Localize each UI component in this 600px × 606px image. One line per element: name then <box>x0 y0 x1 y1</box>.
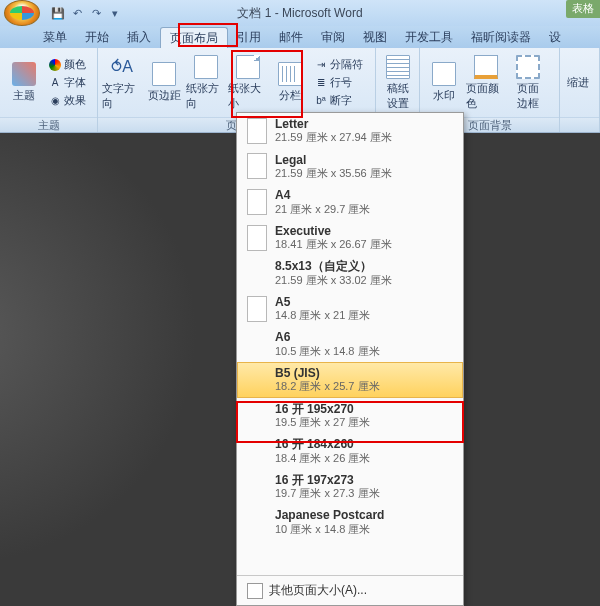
page-icon <box>247 296 267 322</box>
paper-size-name: Letter <box>275 117 392 131</box>
paper-size-dim: 10 厘米 x 14.8 厘米 <box>275 523 384 536</box>
themes-button[interactable]: 主题 <box>4 60 44 105</box>
paper-size-option[interactable]: Letter21.59 厘米 x 27.94 厘米 <box>237 113 463 149</box>
tab-3[interactable]: 页面布局 <box>160 27 228 49</box>
tab-10[interactable]: 设 <box>540 26 570 48</box>
paper-size-dim: 21.59 厘米 x 35.56 厘米 <box>275 167 392 180</box>
tab-2[interactable]: 插入 <box>118 26 160 48</box>
redo-icon[interactable]: ↷ <box>88 5 104 21</box>
ribbon-tabs: 菜单开始插入页面布局引用邮件审阅视图开发工具福昕阅读器设 <box>0 26 600 48</box>
text-direction-icon: ⥀A <box>110 55 134 79</box>
orientation-button[interactable]: 纸张方向 <box>186 53 226 113</box>
paper-size-option[interactable]: A514.8 厘米 x 21 厘米 <box>237 291 463 327</box>
page-color-button[interactable]: 页面颜色 <box>466 53 506 113</box>
paper-size-dim: 21.59 厘米 x 33.02 厘米 <box>275 274 392 287</box>
paper-size-dim: 18.4 厘米 x 26 厘米 <box>275 452 370 465</box>
tab-7[interactable]: 视图 <box>354 26 396 48</box>
watermark-icon <box>432 62 456 86</box>
paper-size-name: Legal <box>275 153 392 167</box>
line-numbers-icon: ≣ <box>315 77 327 89</box>
margins-button[interactable]: 页边距 <box>144 60 184 105</box>
paper-size-option[interactable]: A421 厘米 x 29.7 厘米 <box>237 184 463 220</box>
group-themes: 主题 颜色 A字体 ◉效果 主题 <box>0 48 98 132</box>
page-border-icon <box>516 55 540 79</box>
margins-icon <box>152 62 176 86</box>
paper-size-option[interactable]: 16 开 195x27019.5 厘米 x 27 厘米 <box>237 398 463 434</box>
colors-icon <box>49 59 61 71</box>
tab-9[interactable]: 福昕阅读器 <box>462 26 540 48</box>
paper-size-name: 16 开 195x270 <box>275 402 370 416</box>
paper-size-name: 16 开 184x260 <box>275 437 370 451</box>
paper-size-option[interactable]: Japanese Postcard10 厘米 x 14.8 厘米 <box>237 504 463 540</box>
tab-4[interactable]: 引用 <box>228 26 270 48</box>
themes-label: 主题 <box>13 88 35 103</box>
theme-colors[interactable]: 颜色 <box>46 56 89 73</box>
theme-fonts[interactable]: A字体 <box>46 74 89 91</box>
line-numbers-button[interactable]: ≣行号 <box>312 74 366 91</box>
title-bar: 💾 ↶ ↷ ▾ 文档 1 - Microsoft Word 表格 <box>0 0 600 26</box>
paper-size-option[interactable]: 16 开 184x26018.4 厘米 x 26 厘米 <box>237 433 463 469</box>
qat-customize-icon[interactable]: ▾ <box>107 5 123 21</box>
office-button[interactable] <box>4 0 40 26</box>
tab-1[interactable]: 开始 <box>76 26 118 48</box>
more-paper-sizes-label: 其他页面大小(A)... <box>269 582 367 599</box>
columns-button[interactable]: 分栏 <box>270 60 310 105</box>
paper-size-name: 8.5x13（自定义） <box>275 259 392 273</box>
page-icon <box>247 189 267 215</box>
breaks-button[interactable]: ⇥分隔符 <box>312 56 366 73</box>
manuscript-icon <box>386 55 410 79</box>
tab-0[interactable]: 菜单 <box>34 26 76 48</box>
page-border-button[interactable]: 页面 边框 <box>508 53 548 113</box>
save-icon[interactable]: 💾 <box>50 5 66 21</box>
group-label-themes: 主题 <box>0 117 97 132</box>
page-icon <box>247 225 267 251</box>
breaks-icon: ⇥ <box>315 59 327 71</box>
paper-size-dim: 19.7 厘米 x 27.3 厘米 <box>275 487 380 500</box>
tab-8[interactable]: 开发工具 <box>396 26 462 48</box>
more-paper-sizes[interactable]: 其他页面大小(A)... <box>237 575 463 605</box>
paper-size-dim: 14.8 厘米 x 21 厘米 <box>275 309 370 322</box>
effects-icon: ◉ <box>49 95 61 107</box>
watermark-button[interactable]: 水印 <box>424 60 464 105</box>
themes-icon <box>12 62 36 86</box>
paper-size-icon <box>236 55 260 79</box>
paper-size-name: A6 <box>275 330 380 344</box>
paper-size-dim: 18.41 厘米 x 26.67 厘米 <box>275 238 392 251</box>
paper-size-option[interactable]: Legal21.59 厘米 x 35.56 厘米 <box>237 149 463 185</box>
fonts-icon: A <box>49 77 61 89</box>
paper-size-name: 16 开 197x273 <box>275 473 380 487</box>
hyphenation-icon: bª <box>315 95 327 107</box>
orientation-icon <box>194 55 218 79</box>
paper-size-option[interactable]: 16 开 197x27319.7 厘米 x 27.3 厘米 <box>237 469 463 505</box>
paper-size-option[interactable]: 8.5x13（自定义）21.59 厘米 x 33.02 厘米 <box>237 255 463 291</box>
page-setup-extras: ⇥分隔符 ≣行号 bª断字 <box>312 56 366 109</box>
hyphenation-button[interactable]: bª断字 <box>312 92 366 109</box>
paper-size-dim: 21 厘米 x 29.7 厘米 <box>275 203 370 216</box>
paper-size-option[interactable]: B5 (JIS)18.2 厘米 x 25.7 厘米 <box>237 362 463 398</box>
paper-size-name: Japanese Postcard <box>275 508 384 522</box>
tab-6[interactable]: 审阅 <box>312 26 354 48</box>
columns-icon <box>278 62 302 86</box>
paper-size-name: A4 <box>275 188 370 202</box>
page-color-icon <box>474 55 498 79</box>
theme-effects[interactable]: ◉效果 <box>46 92 89 109</box>
quick-access-toolbar: 💾 ↶ ↷ ▾ <box>50 5 123 21</box>
page-icon <box>247 153 267 179</box>
tab-5[interactable]: 邮件 <box>270 26 312 48</box>
paper-size-list: Letter21.59 厘米 x 27.94 厘米Legal21.59 厘米 x… <box>237 113 463 575</box>
undo-icon[interactable]: ↶ <box>69 5 85 21</box>
text-direction-button[interactable]: ⥀A文字方向 <box>102 53 142 113</box>
paper-size-dim: 10.5 厘米 x 14.8 厘米 <box>275 345 380 358</box>
group-indent: 缩进 <box>560 48 600 132</box>
paper-size-name: A5 <box>275 295 370 309</box>
paper-size-dim: 19.5 厘米 x 27 厘米 <box>275 416 370 429</box>
paper-size-button[interactable]: 纸张大小 <box>228 53 268 113</box>
indent-label: 缩进 <box>564 74 592 91</box>
paper-size-option[interactable]: A610.5 厘米 x 14.8 厘米 <box>237 326 463 362</box>
manuscript-button[interactable]: 稿纸 设置 <box>380 53 415 113</box>
theme-options: 颜色 A字体 ◉效果 <box>46 56 89 109</box>
contextual-tab-label[interactable]: 表格 <box>566 0 600 18</box>
paper-size-name: B5 (JIS) <box>275 366 380 380</box>
paper-size-name: Executive <box>275 224 392 238</box>
paper-size-option[interactable]: Executive18.41 厘米 x 26.67 厘米 <box>237 220 463 256</box>
